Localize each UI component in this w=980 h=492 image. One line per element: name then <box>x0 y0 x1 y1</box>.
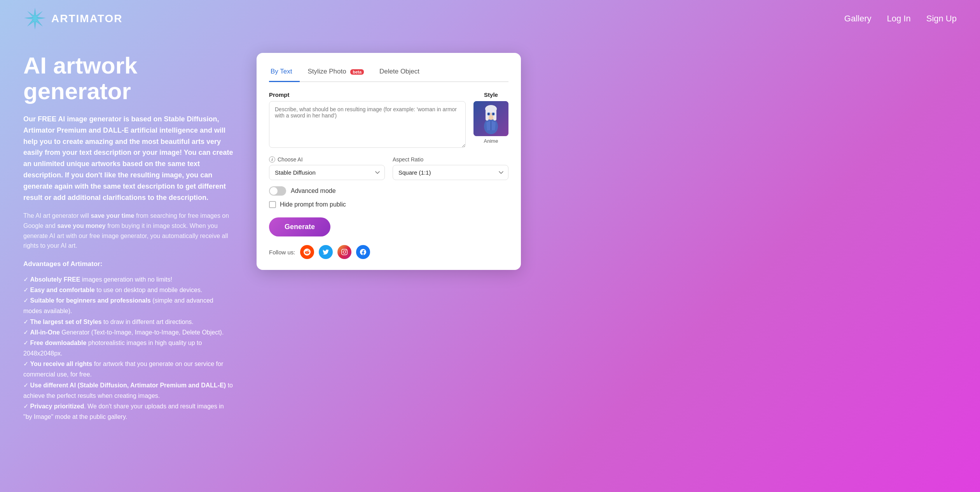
hide-prompt-row: Hide prompt from public <box>269 201 508 208</box>
logo-text: ARTIMATOR <box>51 12 122 25</box>
hide-prompt-checkbox[interactable] <box>269 201 276 208</box>
prompt-label: Prompt <box>269 91 466 98</box>
beta-badge: beta <box>350 69 364 75</box>
aspect-ratio-group: Aspect Ratio Square (1:1) Portrait (3:4)… <box>393 156 508 180</box>
prompt-style-row: Prompt Style <box>269 91 508 149</box>
choose-ai-label: i Choose AI <box>269 156 385 163</box>
right-panel: By Text Stylize Photo beta Delete Object… <box>257 53 521 270</box>
gallery-link[interactable]: Gallery <box>844 14 872 24</box>
twitter-icon[interactable] <box>319 245 333 259</box>
choose-ai-group: i Choose AI Stable Diffusion Artimator P… <box>269 156 385 180</box>
prompt-section: Prompt <box>269 91 466 149</box>
advanced-mode-label: Advanced mode <box>291 187 336 194</box>
generator-card: By Text Stylize Photo beta Delete Object… <box>257 53 521 270</box>
svg-marker-1 <box>26 10 44 27</box>
advantage-1: ✓ Absolutely FREE images generation with… <box>23 274 233 285</box>
advanced-mode-toggle[interactable] <box>269 186 286 196</box>
advantage-8: ✓ Use different AI (Stable Diffusion, Ar… <box>23 380 233 401</box>
hero-title: AI artwork generator <box>23 53 233 104</box>
advantage-5: ✓ All-in-One Generator (Text-to-Image, I… <box>23 327 233 338</box>
tab-delete-object[interactable]: Delete Object <box>378 64 427 82</box>
social-row: Follow us: <box>269 245 508 259</box>
hide-prompt-label: Hide prompt from public <box>280 201 346 208</box>
signup-link[interactable]: Sign Up <box>926 14 957 24</box>
style-label: Style <box>473 91 508 98</box>
info-icon: i <box>269 156 275 163</box>
choose-ai-select[interactable]: Stable Diffusion Artimator Premium DALL-… <box>269 165 385 180</box>
login-link[interactable]: Log In <box>887 14 911 24</box>
advantage-7: ✓ You receive all rights for artwork tha… <box>23 359 233 380</box>
logo-icon <box>23 7 47 30</box>
style-thumbnail[interactable] <box>473 101 508 136</box>
facebook-icon[interactable] <box>356 245 370 259</box>
hero-subtext: The AI art generator will save your time… <box>23 211 233 250</box>
advantage-2: ✓ Easy and comfortable to use on desktop… <box>23 285 233 295</box>
svg-point-10 <box>488 113 489 115</box>
advantages-title: Advantages of Artimator: <box>23 260 233 268</box>
svg-point-11 <box>493 113 494 115</box>
style-section: Style <box>473 91 508 144</box>
advanced-mode-row: Advanced mode <box>269 186 508 196</box>
tab-by-text[interactable]: By Text <box>269 64 300 82</box>
toggle-knob <box>270 187 278 195</box>
aspect-ratio-label: Aspect Ratio <box>393 156 508 163</box>
aspect-ratio-select[interactable]: Square (1:1) Portrait (3:4) Landscape (4… <box>393 165 508 180</box>
advantage-4: ✓ The largest set of Styles to draw in d… <box>23 317 233 327</box>
advantage-3: ✓ Suitable for beginners and professiona… <box>23 295 233 316</box>
instagram-icon[interactable] <box>337 245 351 259</box>
advantage-6: ✓ Free downloadable photorealistic image… <box>23 338 233 359</box>
left-panel: AI artwork generator Our FREE AI image g… <box>23 53 233 422</box>
style-name: Anime <box>473 138 508 144</box>
advantage-9: ✓ Privacy prioritized. We don't share yo… <box>23 401 233 422</box>
prompt-input[interactable] <box>269 101 466 148</box>
header: ARTIMATOR Gallery Log In Sign Up <box>0 0 980 37</box>
generate-button[interactable]: Generate <box>269 217 330 236</box>
hero-description: Our FREE AI image generator is based on … <box>23 114 233 203</box>
nav: Gallery Log In Sign Up <box>844 14 957 24</box>
follow-us-label: Follow us: <box>269 249 295 256</box>
tabs: By Text Stylize Photo beta Delete Object <box>269 64 508 82</box>
reddit-icon[interactable] <box>300 245 314 259</box>
main-content: AI artwork generator Our FREE AI image g… <box>0 37 544 445</box>
logo-area: ARTIMATOR <box>23 7 122 30</box>
tab-stylize-photo[interactable]: Stylize Photo beta <box>306 64 372 82</box>
select-row: i Choose AI Stable Diffusion Artimator P… <box>269 156 508 180</box>
advantages-list: ✓ Absolutely FREE images generation with… <box>23 274 233 422</box>
